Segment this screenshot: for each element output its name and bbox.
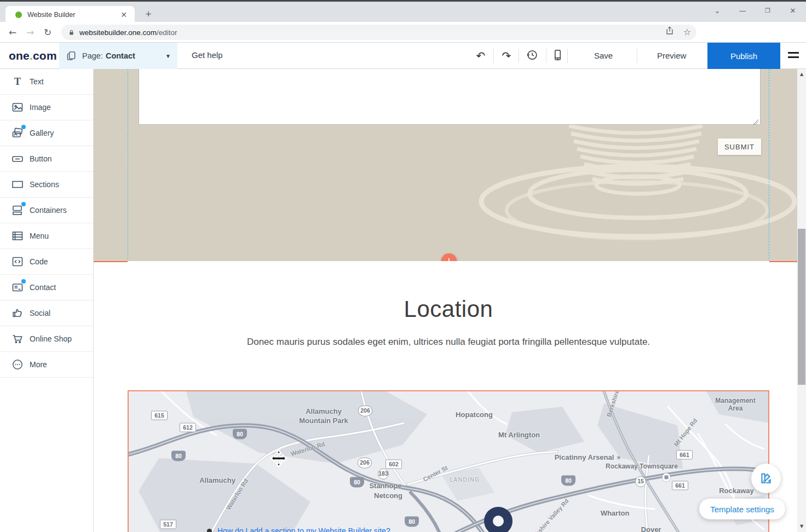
route-shield-206: 206 (358, 406, 372, 417)
forward-button[interactable]: → (24, 26, 36, 38)
sidebar-item-contact[interactable]: Contact (0, 275, 93, 300)
contact-form-section[interactable]: SUBMIT (94, 69, 797, 261)
redo-button[interactable]: ↷ (499, 48, 514, 63)
page-scrollbar[interactable]: ▲ ▼ (797, 69, 806, 532)
window-minimize-button[interactable]: — (732, 4, 753, 18)
mobile-phone-icon (551, 48, 565, 62)
sidebar-item-sections[interactable]: Sections (0, 172, 93, 198)
window-maximize-button[interactable]: ❐ (757, 4, 779, 18)
sidebar-item-text[interactable]: TText (0, 69, 93, 95)
sidebar-item-social[interactable]: Social (0, 300, 93, 326)
map-road-label: Berkshire Valley Rd (527, 498, 570, 532)
menu-hamburger-icon[interactable] (788, 52, 799, 61)
sidebar-item-image[interactable]: Image (0, 95, 93, 120)
bookmark-star-icon[interactable]: ☆ (681, 26, 693, 38)
pages-icon (66, 50, 77, 61)
publish-button[interactable]: Publish (707, 43, 780, 69)
new-tab-button[interactable]: + (141, 7, 156, 21)
sidebar-item-label: Image (30, 103, 51, 112)
save-button[interactable]: Save (594, 51, 613, 60)
map-element[interactable]: AllamuchyMountain ParkHopatcongMt Arling… (128, 390, 769, 532)
scrollbar-down-arrow[interactable]: ▼ (797, 522, 806, 531)
get-help-link[interactable]: Get help (192, 50, 223, 60)
map-place-label: LANDING (450, 477, 480, 483)
template-settings-button[interactable]: Template settings (699, 499, 785, 519)
sidebar-item-label: Code (30, 257, 48, 266)
map-place-label: Picatinny Arsenal (555, 453, 614, 461)
help-link[interactable]: How do I add a section to my Website Bui… (217, 527, 390, 532)
address-field[interactable]: websitebuilder.one.com/editor (61, 25, 696, 40)
route-shield-661: 661 (676, 450, 693, 460)
route-shield-612: 612 (180, 423, 196, 432)
chevron-down-icon: ▼ (165, 53, 171, 59)
shop-icon (11, 332, 24, 345)
route-shield-517: 517 (160, 520, 176, 529)
section-paragraph[interactable]: Donec mauris purus sodales eget enim, ul… (128, 337, 769, 348)
map-location-pin (484, 507, 513, 532)
reload-button[interactable]: ↻ (42, 26, 54, 38)
submit-button[interactable]: SUBMIT (718, 138, 761, 155)
history-button[interactable] (524, 48, 539, 63)
scrollbar-up-arrow[interactable]: ▲ (797, 70, 806, 79)
design-fab-button[interactable] (751, 464, 781, 493)
map-place-label: Netcong (374, 491, 402, 500)
help-bullet-icon (207, 529, 212, 532)
map-place-label: Area (728, 404, 743, 412)
browser-tab[interactable]: Website Builder ✕ (5, 6, 135, 24)
route-shield-80: 80 (561, 476, 575, 486)
text-icon: T (11, 75, 24, 88)
sidebar-item-code[interactable]: Code (0, 249, 93, 275)
page-selector-dropdown[interactable]: Page: Contact ▼ (59, 43, 177, 69)
template-swatch-icon (759, 471, 773, 485)
section-heading[interactable]: Location (128, 296, 769, 322)
sidebar-item-button[interactable]: Button (0, 146, 93, 172)
page-selector-value: Contact (106, 51, 135, 60)
window-close-button[interactable]: ✕ (782, 4, 804, 18)
mobile-preview-button[interactable] (550, 48, 565, 63)
help-tooltip-row: How do I add a section to my Website Bui… (207, 527, 390, 532)
undo-button[interactable]: ↶ (473, 48, 488, 63)
sidebar-item-label: Gallery (30, 129, 54, 137)
map-place-label: Hopatcong (456, 410, 493, 419)
browser-window: Website Builder ✕ + ⌄ — ❐ ✕ ← → ↻ websit… (0, 0, 806, 532)
window-dropdown-icon[interactable]: ⌄ (706, 4, 728, 18)
map-road-label: Waterloo Rd (290, 441, 325, 457)
share-icon[interactable] (664, 26, 676, 38)
svg-text:T: T (14, 76, 21, 87)
scrollbar-thumb[interactable] (798, 229, 805, 385)
map-place-label: Mountain Park (299, 417, 348, 425)
tab-close-icon[interactable]: ✕ (118, 10, 129, 19)
location-section[interactable]: Location Donec mauris purus sodales eget… (128, 261, 769, 390)
sidebar-item-containers[interactable]: Containers (0, 198, 93, 223)
map-road-label: Berkshire (605, 390, 620, 418)
back-button[interactable]: ← (7, 26, 19, 38)
sidebar-item-label: Text (30, 77, 44, 86)
page-selector-prefix: Page: (82, 51, 103, 60)
map-place-label: Management (715, 397, 755, 404)
preview-button[interactable]: Preview (657, 51, 686, 60)
sidebar-item-more[interactable]: More (0, 352, 93, 378)
sidebar-item-label: Online Shop (30, 334, 72, 343)
one-com-logo[interactable]: one.com (9, 49, 57, 62)
social-icon (11, 307, 24, 320)
more-icon (11, 358, 24, 371)
textarea-resize-grip[interactable] (753, 119, 758, 125)
route-shield-80: 80 (405, 517, 419, 527)
route-shield-661: 661 (672, 481, 688, 490)
sidebar-item-gallery[interactable]: Gallery (0, 120, 93, 146)
editor-canvas: SUBMIT + Location Donec mauris purus sod… (94, 69, 797, 532)
history-clock-icon (525, 48, 539, 62)
route-shield-183: 183 (378, 469, 389, 479)
sidebar-item-label: Menu (30, 232, 49, 240)
image-icon (11, 101, 24, 114)
tab-strip: Website Builder ✕ + ⌄ — ❐ ✕ (0, 0, 806, 22)
map-place-label: Mt Arlington (498, 431, 540, 439)
message-textarea[interactable] (139, 69, 761, 125)
sidebar-item-label: Social (30, 309, 50, 317)
sidebar-item-online-shop[interactable]: Online Shop (0, 326, 93, 352)
mall-poi-icon (663, 473, 671, 482)
sidebar-item-menu[interactable]: Menu (0, 223, 93, 249)
lock-icon (68, 29, 75, 36)
route-shield-80: 80 (171, 451, 186, 461)
map-place-label: Rockaway (719, 487, 754, 495)
